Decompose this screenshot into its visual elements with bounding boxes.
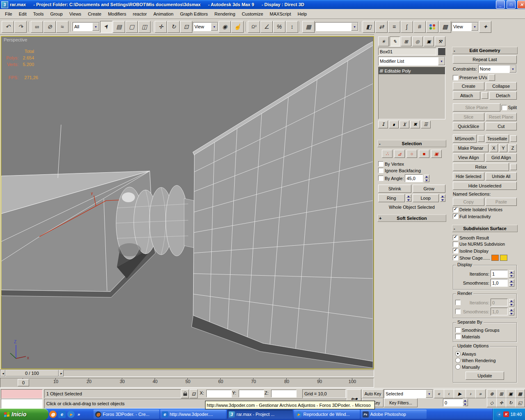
menu-create[interactable]: Create — [84, 10, 105, 18]
go-to-start-button[interactable]: « — [434, 389, 444, 398]
unhide-all-button[interactable]: Unhide All — [486, 172, 517, 180]
y-coordinate-field[interactable] — [239, 390, 264, 397]
hide-selected-button[interactable]: Hide Selected — [453, 172, 484, 180]
cage-color-swatch-2[interactable] — [500, 255, 507, 261]
stack-row-editable-poly[interactable]: ⊞ Editable Poly — [379, 67, 445, 74]
viewport-canvas[interactable]: y — [1, 37, 373, 368]
select-and-move-button[interactable]: ✛ — [155, 21, 167, 33]
time-slider-prev-button[interactable]: ◂ — [0, 370, 5, 377]
schematic-view-button[interactable]: # — [413, 21, 426, 33]
planar-y-button[interactable]: Y — [499, 144, 507, 152]
task-button-browser[interactable]: ehttp://www.3dpoder.... — [160, 410, 226, 419]
remove-modifier-button[interactable]: ✖ — [410, 121, 420, 128]
update-button[interactable]: Update — [466, 372, 504, 380]
go-to-end-button[interactable]: » — [475, 389, 486, 398]
use-nurms-checkbox[interactable] — [453, 242, 458, 247]
render-smoothness-field[interactable]: 1,0 — [491, 308, 508, 315]
render-setup-button[interactable]: ▩ — [439, 21, 451, 33]
align-button[interactable]: ⇄ — [375, 21, 388, 33]
material-editor-button[interactable] — [426, 21, 438, 33]
minimize-button[interactable]: _ — [496, 0, 505, 9]
detach-button[interactable]: Detach — [489, 91, 517, 100]
use-pivot-center-button[interactable]: ◉ — [219, 21, 231, 33]
paste-button[interactable]: Paste — [486, 198, 517, 206]
current-frame-indicator[interactable]: 0 — [18, 379, 29, 386]
tab-motion[interactable]: ◎ — [412, 37, 423, 46]
menu-animation[interactable]: Animation — [150, 10, 177, 18]
smoothing-groups-checkbox[interactable] — [455, 327, 461, 333]
select-and-manipulate-button[interactable]: ☝ — [231, 21, 244, 33]
subobject-vertex-button[interactable]: ∴ — [382, 150, 393, 158]
select-by-name-button[interactable]: ▤ — [113, 21, 125, 33]
menu-maxscript[interactable]: MAXScript — [267, 10, 294, 18]
previous-frame-button[interactable]: ‹ — [444, 389, 454, 398]
shrink-button[interactable]: Shrink — [378, 185, 411, 193]
reference-coordsys-dropdown[interactable]: View▼ — [193, 22, 218, 31]
angle-snap-button[interactable]: ∠ — [260, 21, 273, 33]
percent-snap-button[interactable]: % — [273, 21, 285, 33]
zoom-extents-button[interactable]: ▣ — [506, 389, 516, 398]
cage-color-swatch-1[interactable] — [491, 255, 499, 261]
subobject-element-button[interactable]: ▣ — [431, 150, 442, 158]
current-frame-spinner[interactable] — [463, 399, 468, 406]
menu-group[interactable]: Group — [47, 10, 66, 18]
track-bar[interactable]: 0 10 20 30 40 50 60 70 80 90 100 0 — [0, 377, 374, 388]
zoom-button[interactable]: ⊕ — [487, 389, 497, 398]
materials-checkbox[interactable] — [455, 334, 461, 339]
menu-modifiers[interactable]: Modifiers — [105, 10, 130, 18]
configure-modifier-sets-button[interactable]: ☰ — [421, 121, 431, 128]
track-bar-ruler[interactable]: 0 10 20 30 40 50 60 70 80 90 100 0 — [0, 378, 374, 388]
loop-spinner[interactable] — [440, 194, 445, 202]
angle-value-field[interactable]: 45,0 — [405, 174, 423, 182]
task-button-foros[interactable]: ◍Foros 3DPoder. - Cre... — [94, 410, 159, 419]
menu-tools[interactable]: Tools — [30, 10, 47, 18]
tab-create[interactable]: ✳ — [378, 37, 389, 46]
selection-filter-dropdown[interactable]: All▼ — [73, 22, 100, 31]
planar-z-button[interactable]: Z — [509, 144, 517, 152]
tessellate-settings-button[interactable] — [510, 135, 517, 142]
play-animation-button[interactable]: ▶ — [454, 389, 466, 398]
select-and-link-button[interactable]: ∞ — [31, 21, 43, 33]
display-iterations-field[interactable]: 1 — [491, 270, 508, 278]
preserve-uvs-checkbox[interactable] — [453, 75, 458, 80]
tray-red-k-icon[interactable]: K — [503, 411, 509, 417]
rollout-subdivision-header[interactable]: -Subdivision Surface — [452, 225, 518, 232]
menu-reactor[interactable]: reactor — [130, 10, 150, 18]
next-frame-button[interactable]: › — [466, 389, 476, 398]
copy-button[interactable]: Copy — [453, 198, 484, 206]
by-vertex-checkbox[interactable] — [378, 161, 383, 167]
render-type-dropdown[interactable]: View▼ — [452, 22, 479, 31]
attach-settings-button[interactable] — [482, 92, 488, 99]
by-angle-checkbox[interactable] — [378, 176, 383, 181]
z-coordinate-field[interactable] — [271, 390, 297, 397]
named-selection-dropdown[interactable]: ▼ — [315, 22, 358, 31]
display-smoothness-spinner[interactable] — [509, 279, 514, 287]
quickslice-button[interactable]: QuickSlice — [453, 122, 484, 130]
ring-spinner[interactable] — [406, 194, 411, 202]
selection-lock-button[interactable] — [181, 389, 189, 398]
render-iterations-spinner[interactable] — [509, 299, 514, 306]
full-interactivity-checkbox[interactable] — [453, 214, 458, 219]
time-slider-handle[interactable]: 0 / 100 — [5, 370, 59, 377]
edit-named-selection-sets-button[interactable]: ▦ — [302, 21, 315, 33]
object-color-swatch[interactable] — [438, 48, 445, 55]
menu-rendering[interactable]: Rendering — [211, 10, 239, 18]
rollout-edit-geometry-header[interactable]: -Edit Geometry — [452, 47, 518, 54]
quick-launch-media-player-icon[interactable]: ▸ — [67, 411, 75, 418]
manually-radio[interactable] — [455, 364, 461, 370]
display-smoothness-field[interactable]: 1,0 — [491, 279, 508, 287]
isoline-display-checkbox[interactable] — [453, 248, 458, 253]
title-bar[interactable]: 3 rar.max - Project Folder: C:\Documents… — [0, 0, 525, 9]
select-and-scale-button[interactable]: ⊡ — [180, 21, 192, 33]
menu-file[interactable]: File — [2, 10, 16, 18]
maximize-button[interactable]: □ — [507, 0, 516, 9]
msmooth-settings-button[interactable] — [478, 135, 484, 142]
when-rendering-radio[interactable] — [455, 358, 461, 363]
smooth-result-checkbox[interactable] — [453, 235, 458, 240]
grid-align-button[interactable]: Grid Align — [486, 153, 517, 162]
arc-rotate-button[interactable]: ↻ — [506, 398, 516, 407]
msmooth-button[interactable]: MSmooth — [453, 135, 477, 143]
show-cage-checkbox[interactable] — [453, 255, 458, 260]
render-iterations-field[interactable]: 0 — [491, 299, 508, 306]
split-checkbox[interactable] — [502, 105, 507, 110]
